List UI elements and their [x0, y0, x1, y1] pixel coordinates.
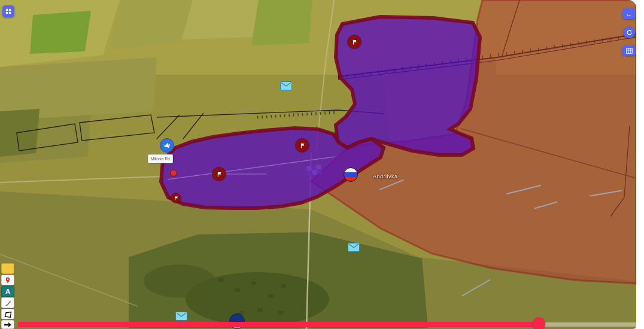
envelope-icon [349, 244, 359, 251]
envelope-marker[interactable] [280, 81, 292, 90]
text-label-tool[interactable]: A [1, 286, 14, 297]
brush-tool[interactable] [1, 297, 14, 308]
right-gutter [636, 0, 644, 329]
megaphone-icon [162, 141, 171, 150]
timeline-progress-bar[interactable] [18, 322, 539, 327]
back-arrow-icon: ← [626, 11, 633, 17]
arrow-icon [4, 322, 12, 328]
grid-icon [5, 8, 11, 14]
color-swatch-tool[interactable] [1, 263, 14, 274]
arrow-tool[interactable] [1, 320, 14, 329]
flag-icon [299, 142, 306, 149]
road-tooltip: Mikivka Rd [148, 154, 173, 163]
app-window: Andriivka Mikivka Rd ← A [0, 0, 644, 329]
envelope-marker[interactable] [348, 243, 360, 252]
map-canvas[interactable]: Andriivka Mikivka Rd [0, 0, 636, 329]
back-button[interactable]: ← [622, 8, 636, 19]
layers-grid-button[interactable] [622, 45, 636, 56]
envelope-icon [177, 313, 186, 319]
timeline-handle[interactable] [533, 318, 545, 329]
flag-point-marker[interactable] [296, 139, 309, 152]
flag-point-marker[interactable] [171, 193, 181, 203]
megaphone-marker[interactable] [160, 138, 174, 153]
layers-grid-icon [626, 48, 633, 54]
location-pin-tool[interactable] [1, 275, 14, 285]
menu-button[interactable] [2, 5, 14, 17]
envelope-icon [281, 83, 291, 89]
refresh-icon [626, 29, 633, 36]
flag-icon [216, 171, 223, 178]
flag-icon [351, 39, 358, 45]
brush-icon [4, 299, 12, 307]
text-tool-letter: A [5, 288, 10, 295]
point-marker[interactable] [170, 169, 177, 176]
polygon-icon [4, 310, 12, 318]
location-pin-icon [4, 276, 11, 284]
town-label: Andriivka [373, 173, 398, 179]
timeline-track[interactable] [539, 322, 636, 327]
flag-icon [174, 196, 179, 201]
flag-point-marker[interactable] [348, 35, 361, 48]
polygon-tool[interactable] [1, 309, 14, 319]
map-terrain [0, 0, 636, 329]
flag-point-marker[interactable] [212, 167, 226, 181]
russia-flag-marker[interactable] [344, 167, 358, 182]
refresh-button[interactable] [623, 26, 635, 38]
envelope-marker[interactable] [175, 312, 187, 321]
